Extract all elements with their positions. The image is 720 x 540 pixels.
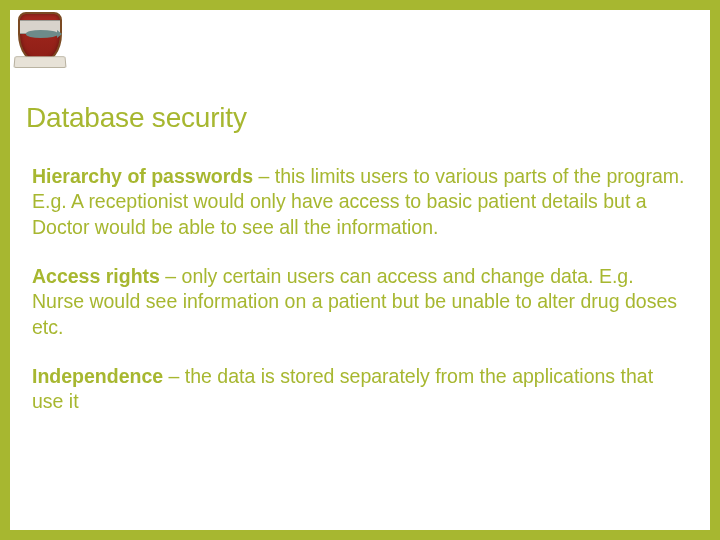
slide-frame: Database security Hierarchy of passwords…	[0, 0, 720, 540]
term-independence: Independence	[32, 365, 169, 387]
crest-ribbon	[13, 56, 66, 68]
crest-logo	[12, 6, 70, 78]
paragraph-access-rights: Access rights – only certain users can a…	[32, 264, 686, 340]
fish-icon	[26, 30, 58, 38]
paragraph-hierarchy: Hierarchy of passwords – this limits use…	[32, 164, 686, 240]
paragraph-independence: Independence – the data is stored separa…	[32, 364, 686, 415]
slide-title: Database security	[26, 102, 710, 134]
term-access-rights: Access rights	[32, 265, 160, 287]
shield-band	[20, 20, 60, 34]
term-hierarchy: Hierarchy of passwords	[32, 165, 253, 187]
slide-content: Hierarchy of passwords – this limits use…	[32, 164, 686, 415]
header-band	[10, 10, 710, 70]
